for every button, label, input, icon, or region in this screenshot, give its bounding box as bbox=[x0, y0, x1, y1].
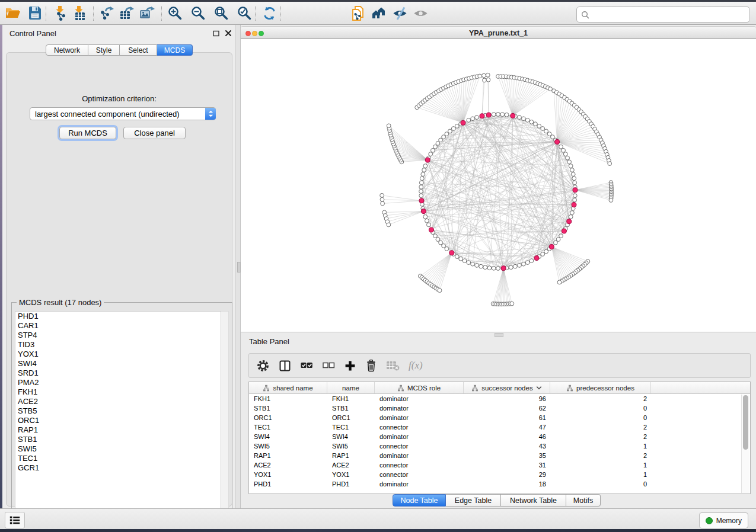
columns-button[interactable] bbox=[279, 358, 291, 373]
result-scrollbar[interactable] bbox=[220, 311, 229, 520]
criterion-select[interactable]: largest connected component (undirected) bbox=[30, 107, 216, 120]
deselect-all-button[interactable] bbox=[322, 358, 335, 373]
column-label: predecessor nodes bbox=[576, 384, 634, 392]
table-scrollbar-thumb[interactable] bbox=[743, 395, 748, 450]
zoom-in-button[interactable] bbox=[167, 5, 183, 21]
run-mcds-button[interactable]: Run MCDS bbox=[59, 127, 116, 139]
mcds-result-item[interactable]: PMA2 bbox=[15, 378, 221, 387]
add-row-button[interactable] bbox=[344, 358, 356, 373]
column-header-MCDS-role[interactable]: MCDS role bbox=[375, 382, 464, 393]
tab-style[interactable]: Style bbox=[88, 44, 120, 56]
function-builder-button[interactable]: f(x) bbox=[409, 358, 423, 373]
search-input-wrap[interactable] bbox=[576, 7, 750, 23]
table-row[interactable]: STB1STB1dominator620 bbox=[249, 403, 750, 413]
zoom-out-button[interactable] bbox=[190, 5, 206, 21]
table-row[interactable]: FKH1FKH1dominator962 bbox=[249, 394, 750, 403]
main-toolbar bbox=[0, 2, 756, 25]
column-header-name[interactable]: name bbox=[327, 382, 375, 393]
column-header-successor-nodes[interactable]: successor nodes bbox=[464, 382, 550, 393]
mcds-result-item[interactable]: FKH1 bbox=[15, 387, 221, 397]
clone-network-button[interactable] bbox=[350, 5, 366, 21]
search-input[interactable] bbox=[592, 9, 749, 21]
table-cell: 2 bbox=[550, 424, 651, 431]
table-cell: YOX1 bbox=[327, 471, 375, 478]
export-network-button[interactable] bbox=[98, 5, 115, 21]
table-row[interactable]: YOX1YOX1connector291 bbox=[249, 470, 750, 479]
table-cell: 62 bbox=[464, 405, 550, 412]
mcds-result-item[interactable]: GCR1 bbox=[15, 463, 221, 473]
column-label: shared name bbox=[273, 384, 312, 392]
mcds-result-item[interactable]: CAR1 bbox=[15, 321, 221, 331]
table-row[interactable]: ORC1ORC1dominator610 bbox=[249, 413, 750, 422]
memory-button[interactable]: Memory bbox=[699, 512, 748, 528]
table-cell: 0 bbox=[550, 480, 651, 488]
table-row[interactable]: PHD1PHD1dominator180 bbox=[249, 479, 750, 489]
zoom-selected-button[interactable] bbox=[236, 5, 253, 21]
import-network-button[interactable] bbox=[52, 5, 69, 21]
network-canvas[interactable] bbox=[241, 39, 756, 332]
delete-table-button[interactable] bbox=[386, 358, 400, 373]
mcds-result-item[interactable]: SRD1 bbox=[15, 368, 221, 378]
tab-node-table[interactable]: Node Table bbox=[393, 494, 446, 507]
mcds-result-item[interactable]: TEC1 bbox=[15, 454, 221, 463]
export-table-button[interactable] bbox=[119, 5, 135, 21]
select-stepper-icon bbox=[205, 108, 216, 120]
table-cell: SWI4 bbox=[327, 433, 375, 440]
tab-edge-table[interactable]: Edge Table bbox=[446, 494, 501, 507]
column-header-shared-name[interactable]: shared name bbox=[249, 382, 327, 393]
mcds-result-item[interactable]: PHD1 bbox=[15, 312, 221, 321]
import-table-button[interactable] bbox=[71, 5, 88, 21]
tab-select[interactable]: Select bbox=[120, 44, 157, 56]
zoom-fit-button[interactable] bbox=[213, 5, 229, 21]
export-image-button[interactable] bbox=[139, 5, 155, 21]
save-session-button[interactable] bbox=[27, 5, 43, 21]
settings-button[interactable] bbox=[256, 358, 270, 373]
table-cell: FKH1 bbox=[327, 395, 375, 402]
table-cell: connector bbox=[375, 443, 464, 450]
add-row-icon bbox=[344, 360, 356, 372]
table-row[interactable]: SWI4SWI4dominator462 bbox=[249, 432, 750, 441]
refresh-layout-button[interactable] bbox=[261, 5, 277, 21]
mcds-result-item[interactable]: RAP1 bbox=[15, 425, 221, 435]
panel-splitter-vertical[interactable] bbox=[235, 25, 241, 508]
mcds-result-item[interactable]: TID3 bbox=[15, 340, 221, 350]
table-panel-splitter-handle[interactable] bbox=[495, 333, 503, 337]
close-panel-icon[interactable] bbox=[225, 30, 232, 37]
close-panel-button[interactable]: Close panel bbox=[123, 127, 186, 139]
table-row[interactable]: ACE2ACE2connector311 bbox=[249, 460, 750, 470]
delete-row-button[interactable] bbox=[365, 358, 377, 373]
mcds-result-item[interactable]: ACE2 bbox=[15, 397, 221, 406]
mcds-result-item[interactable]: STB1 bbox=[15, 435, 221, 444]
node-table[interactable]: shared namenameMCDS rolesuccessor nodesp… bbox=[248, 382, 751, 494]
mcds-result-title: MCDS result (17 nodes) bbox=[17, 298, 104, 307]
control-panel-title: Control Panel bbox=[9, 29, 56, 38]
mcds-result-item[interactable]: STP4 bbox=[15, 331, 221, 340]
task-history-button[interactable] bbox=[5, 512, 25, 528]
open-file-button[interactable] bbox=[5, 5, 21, 21]
tab-network[interactable]: Network bbox=[46, 44, 88, 56]
table-row[interactable]: TEC1TEC1connector472 bbox=[249, 422, 750, 432]
select-all-button[interactable] bbox=[300, 358, 313, 373]
mcds-result-item[interactable]: YOX1 bbox=[15, 350, 221, 359]
show-details-button[interactable] bbox=[412, 5, 429, 21]
table-row[interactable]: SWI5SWI5connector431 bbox=[249, 441, 750, 451]
table-row[interactable]: RAP1RAP1dominator352 bbox=[249, 451, 750, 460]
hide-details-button[interactable] bbox=[391, 5, 408, 21]
export-table-icon bbox=[119, 5, 135, 21]
mcds-result-item[interactable]: STB5 bbox=[15, 406, 221, 416]
tab-network-table[interactable]: Network Table bbox=[501, 494, 566, 507]
mcds-result-item[interactable]: ORC1 bbox=[15, 416, 221, 425]
column-header-predecessor-nodes[interactable]: predecessor nodes bbox=[550, 382, 651, 393]
table-cell: TEC1 bbox=[327, 424, 375, 431]
mcds-result-item[interactable]: SWI5 bbox=[15, 444, 221, 454]
tab-motifs[interactable]: Motifs bbox=[566, 494, 601, 507]
first-neighbors-button[interactable] bbox=[371, 5, 387, 21]
network-window-titlebar[interactable]: YPA_prune.txt_1 bbox=[241, 26, 756, 39]
tab-mcds[interactable]: MCDS bbox=[157, 44, 193, 56]
table-cell: 1 bbox=[550, 462, 651, 469]
mcds-result-item[interactable]: SWI4 bbox=[15, 359, 221, 368]
float-panel-icon[interactable] bbox=[213, 30, 219, 37]
export-network-icon bbox=[99, 5, 114, 21]
memory-status-icon bbox=[706, 517, 713, 524]
table-scrollbar[interactable] bbox=[741, 395, 749, 493]
